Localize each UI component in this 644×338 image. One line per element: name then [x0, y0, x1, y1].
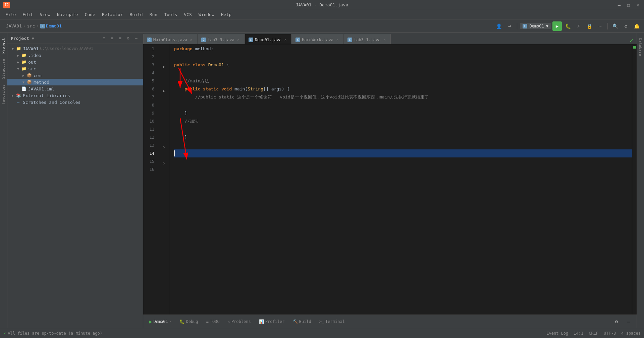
maximize-button[interactable]: ❐: [626, 2, 631, 8]
tab-close-lab33[interactable]: ✕: [236, 38, 241, 42]
tab-hardwork[interactable]: C HardWork.java ✕: [292, 34, 343, 44]
status-encoding[interactable]: UTF-8: [604, 331, 616, 336]
status-line-col[interactable]: 14:1: [574, 331, 583, 336]
build-tab[interactable]: 🔨 Build: [290, 318, 314, 325]
code-line-11[interactable]: [174, 125, 632, 133]
bottom-settings-btn[interactable]: ⚙: [612, 317, 621, 326]
run-tab[interactable]: ▶ Demo01 ✕: [147, 318, 174, 326]
todo-tab[interactable]: ≡ TODO: [204, 318, 222, 325]
sidebar-minimize-btn[interactable]: —: [133, 35, 140, 42]
sidebar-options-btn[interactable]: ≡: [117, 35, 123, 42]
tab-close-mainclass[interactable]: ✕: [189, 38, 194, 42]
tab-lab31[interactable]: C lab3_1.java ✕: [344, 34, 390, 44]
code-line-12[interactable]: }: [174, 133, 632, 141]
run-close-icon[interactable]: ✕: [169, 319, 172, 324]
menu-file[interactable]: File: [3, 11, 18, 18]
notification-button[interactable]: 🔔: [632, 21, 641, 31]
tree-arrow-method[interactable]: [21, 79, 26, 85]
tab-lab33[interactable]: C lab3_3.java ✕: [198, 34, 244, 44]
debug-tab[interactable]: 🐛 Debug: [177, 318, 201, 325]
fold-icon-3[interactable]: ▶: [163, 64, 165, 69]
menu-run[interactable]: Run: [147, 11, 160, 18]
menu-view[interactable]: View: [37, 11, 53, 18]
status-crlf[interactable]: CRLF: [589, 331, 598, 336]
bookmark-9[interactable]: ◇: [163, 145, 165, 149]
tree-item-scratches[interactable]: ✏ Scratches and Consoles: [7, 99, 143, 106]
tree-item-java01[interactable]: 📁 JAVA01 C:\Users\lenovo\JAVA01: [7, 45, 143, 52]
code-line-13[interactable]: [174, 141, 632, 149]
tree-arrow-extlib[interactable]: [10, 93, 15, 98]
undo-button[interactable]: ↩: [505, 21, 514, 31]
user-button[interactable]: 👤: [494, 21, 503, 31]
fold-icon-6[interactable]: ▶: [163, 88, 165, 93]
menu-tools[interactable]: Tools: [161, 11, 180, 18]
bottom-close-btn[interactable]: —: [624, 317, 633, 326]
tab-close-demo01[interactable]: ✕: [283, 38, 288, 42]
breadcrumb-project[interactable]: JAVA01: [6, 23, 22, 28]
sidebar-collapse-btn[interactable]: ≡: [109, 35, 115, 42]
tree-arrow-src[interactable]: [15, 66, 21, 71]
debug-button[interactable]: 🐛: [563, 21, 573, 31]
menu-refactor[interactable]: Refactor: [99, 11, 126, 18]
outer-tab-structure[interactable]: Structure: [0, 56, 7, 82]
tree-item-method[interactable]: 📦 method: [7, 79, 143, 85]
code-line-10[interactable]: //加法: [174, 117, 632, 125]
menu-build[interactable]: Build: [127, 11, 146, 18]
terminal-tab[interactable]: >_ Terminal: [317, 318, 347, 325]
run-button[interactable]: ▶: [552, 21, 562, 31]
tab-close-lab31[interactable]: ✕: [382, 38, 387, 42]
tab-close-hardwork[interactable]: ✕: [335, 38, 340, 42]
profile-button[interactable]: ⚡: [574, 21, 583, 31]
code-line-2[interactable]: [174, 53, 632, 61]
sidebar-dropdown-icon[interactable]: ▼: [32, 36, 34, 41]
breadcrumb-src[interactable]: src: [27, 23, 35, 28]
tree-item-idea[interactable]: 📁 .idea: [7, 52, 143, 59]
code-line-5[interactable]: //main方法: [174, 77, 632, 85]
outer-tab-project[interactable]: Project: [0, 36, 7, 56]
code-line-6[interactable]: public static void main(String[] args) {: [174, 85, 632, 93]
coverage-button[interactable]: 🔒: [585, 21, 594, 31]
more-run-button[interactable]: ⋯: [595, 21, 605, 31]
minimize-button[interactable]: —: [616, 2, 622, 8]
run-config-selector[interactable]: C Demo01 ▼: [520, 23, 551, 29]
close-button[interactable]: ✕: [635, 2, 641, 8]
tree-item-src[interactable]: 📁 src: [7, 65, 143, 72]
database-tab[interactable]: Database: [637, 36, 644, 59]
menu-code[interactable]: Code: [82, 11, 98, 18]
outer-tab-favorites[interactable]: Favorites: [0, 82, 7, 107]
tab-demo01[interactable]: C Demo01.java ✕: [245, 34, 291, 44]
tree-item-extlib[interactable]: 📚 External Libraries: [7, 92, 143, 99]
code-line-14[interactable]: [174, 149, 632, 157]
status-indent[interactable]: 4 spaces: [621, 331, 641, 336]
code-line-3[interactable]: public class Demo01 {: [174, 61, 632, 69]
profiler-tab[interactable]: 📊 Profiler: [256, 318, 287, 325]
bookmark-10[interactable]: ◇: [163, 161, 165, 165]
breadcrumb-file[interactable]: Demo01: [46, 23, 62, 28]
sidebar-gear-btn[interactable]: ⚙: [125, 35, 131, 42]
search-button[interactable]: 🔍: [610, 21, 620, 31]
menu-vcs[interactable]: VCS: [181, 11, 194, 18]
menu-window[interactable]: Window: [196, 11, 217, 18]
tree-item-iml[interactable]: 📄 JAVA01.iml: [7, 85, 143, 92]
tree-arrow-out[interactable]: [15, 59, 21, 65]
tab-mainclass[interactable]: C MainClass.java ✕: [143, 34, 197, 44]
settings-button[interactable]: ⚙: [621, 21, 631, 31]
tree-arrow-idea[interactable]: [15, 53, 21, 58]
menu-navigate[interactable]: Navigate: [54, 11, 81, 18]
tree-arrow-java01[interactable]: [10, 46, 15, 51]
code-line-9[interactable]: }: [174, 109, 632, 117]
problems-tab[interactable]: ⚠ Problems: [225, 318, 254, 325]
code-line-7[interactable]: //public static 这个是一个修饰符 void是一个返回值，这个vo…: [174, 93, 632, 101]
code-line-4[interactable]: [174, 69, 632, 77]
code-line-15[interactable]: [174, 157, 632, 165]
menu-edit[interactable]: Edit: [20, 11, 36, 18]
code-line-8[interactable]: [174, 101, 632, 109]
tree-arrow-com[interactable]: [21, 73, 26, 78]
tree-item-out[interactable]: 📁 out: [7, 59, 143, 65]
menu-help[interactable]: Help: [218, 11, 234, 18]
code-line-16[interactable]: [174, 165, 632, 174]
code-area[interactable]: package method; public class Demo01 { //…: [170, 44, 632, 315]
tree-item-com[interactable]: 📦 com: [7, 72, 143, 79]
sidebar-locator-btn[interactable]: ⊙: [101, 35, 107, 42]
code-line-1[interactable]: package method;: [174, 45, 632, 53]
